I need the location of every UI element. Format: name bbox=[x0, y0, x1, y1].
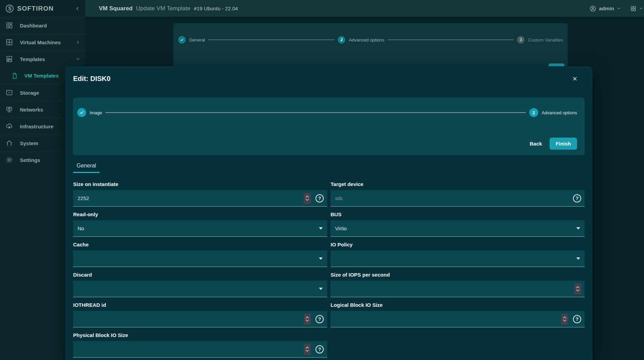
softiron-logo-icon bbox=[5, 4, 14, 13]
sidebar-item-virtual-machines[interactable]: Virtual Machines bbox=[0, 34, 85, 50]
step-check-icon bbox=[77, 108, 86, 117]
gear-icon bbox=[5, 156, 13, 164]
modal-title: Edit: DISK0 bbox=[73, 75, 111, 83]
stepper-line bbox=[388, 39, 514, 40]
size-on-instantiate-input[interactable]: ? bbox=[73, 190, 327, 207]
size-on-instantiate-input-field[interactable] bbox=[78, 190, 304, 206]
modal-stepper: Image 2 Advanced options bbox=[77, 108, 577, 117]
sidebar-item-label: Dashboard bbox=[20, 23, 47, 28]
cloud-sync-icon bbox=[5, 123, 13, 130]
field-discard: Discard bbox=[73, 272, 327, 297]
user-menu[interactable]: admin bbox=[589, 5, 621, 12]
close-icon[interactable]: ✕ bbox=[571, 74, 579, 83]
user-name: admin bbox=[599, 5, 614, 11]
iothread-id-input-field[interactable] bbox=[78, 311, 304, 327]
back-button[interactable]: Back bbox=[528, 138, 544, 149]
field-label: Read-only bbox=[73, 211, 327, 217]
step-check-icon bbox=[178, 36, 186, 44]
number-spinner[interactable] bbox=[304, 314, 311, 325]
logical-block-io-size-input[interactable]: ? bbox=[331, 311, 585, 327]
step-number: 2 bbox=[529, 108, 538, 117]
field-read-only: Read-only No bbox=[73, 211, 327, 237]
chevron-down-icon bbox=[639, 6, 643, 11]
tab-general[interactable]: General bbox=[73, 161, 100, 173]
field-physical-block-io-size: Physical Block IO Size ? bbox=[73, 332, 327, 358]
sidebar-collapse-button[interactable] bbox=[75, 6, 80, 11]
field-label: Target device bbox=[331, 181, 585, 187]
chevron-right-icon bbox=[76, 40, 80, 45]
sidebar-item-dashboard[interactable]: Dashboard bbox=[0, 17, 85, 34]
size-of-iops-input[interactable] bbox=[331, 281, 585, 297]
read-only-select[interactable]: No bbox=[73, 220, 327, 237]
field-label: Discard bbox=[73, 272, 327, 278]
help-icon[interactable]: ? bbox=[573, 194, 581, 202]
number-spinner[interactable] bbox=[304, 344, 311, 355]
sidebar-item-label: Virtual Machines bbox=[20, 39, 61, 45]
discard-select[interactable] bbox=[73, 281, 327, 297]
cache-select[interactable] bbox=[73, 251, 327, 267]
help-icon[interactable]: ? bbox=[315, 345, 324, 353]
field-logical-block-io-size: Logical Block IO Size ? bbox=[331, 302, 585, 327]
target-device-input-field[interactable] bbox=[335, 190, 568, 206]
disk-form: Size on instantiate ? Target device ? bbox=[73, 181, 585, 360]
field-empty-slot bbox=[331, 332, 585, 358]
system-icon bbox=[5, 139, 13, 147]
field-label: Logical Block IO Size bbox=[331, 302, 585, 308]
number-spinner[interactable] bbox=[574, 283, 581, 294]
breadcrumb: VM Squared Update VM Template #19 Ubuntu… bbox=[99, 5, 238, 12]
help-icon[interactable]: ? bbox=[315, 194, 324, 202]
sidebar-item-label: VM Templates bbox=[24, 73, 59, 79]
sidebar-item-templates[interactable]: Templates bbox=[0, 50, 85, 67]
caret-down-icon bbox=[576, 227, 580, 230]
finish-button[interactable]: Finish bbox=[550, 138, 577, 150]
sidebar-item-label: Networks bbox=[20, 107, 43, 113]
physical-block-io-size-input-field[interactable] bbox=[78, 341, 304, 357]
sidebar-item-label: Infrastructure bbox=[20, 124, 54, 129]
modal-stepper-card: Image 2 Advanced options Back Finish bbox=[73, 98, 585, 155]
io-policy-select[interactable] bbox=[331, 251, 585, 267]
breadcrumb-app: VM Squared bbox=[99, 5, 133, 12]
breadcrumb-page: Update VM Template bbox=[136, 5, 190, 12]
top-bar: SOFTIRON VM Squared Update VM Template #… bbox=[0, 0, 644, 17]
step-label: Custom Variables bbox=[528, 37, 563, 43]
brand-text: SOFTIRON bbox=[17, 5, 54, 12]
physical-block-io-size-input[interactable]: ? bbox=[73, 341, 327, 358]
stepper-line bbox=[208, 39, 334, 40]
field-io-policy: IO Policy bbox=[331, 242, 585, 267]
caret-down-icon bbox=[576, 257, 580, 260]
help-icon[interactable]: ? bbox=[573, 315, 581, 323]
stepper-line bbox=[105, 112, 526, 113]
field-label: Physical Block IO Size bbox=[73, 332, 327, 338]
sidebar-item-label: Settings bbox=[20, 157, 40, 163]
sidebar-item-label: System bbox=[20, 140, 38, 146]
modal-tab-bar: General bbox=[73, 161, 585, 173]
number-spinner[interactable] bbox=[304, 193, 311, 204]
apps-menu[interactable] bbox=[630, 5, 643, 12]
field-bus: BUS Virtio bbox=[331, 211, 585, 237]
step-number: 2 bbox=[338, 36, 345, 44]
breadcrumb-entity: #19 Ubuntu - 22.04 bbox=[194, 5, 238, 11]
templates-icon bbox=[5, 55, 13, 63]
number-spinner[interactable] bbox=[561, 314, 568, 325]
step-label: General bbox=[189, 37, 205, 43]
field-label: IO Policy bbox=[331, 242, 585, 247]
step-number: 3 bbox=[517, 36, 525, 44]
edit-disk-modal: Edit: DISK0 ✕ Image 2 Advanced options B… bbox=[65, 66, 593, 360]
chevron-down-icon bbox=[617, 6, 621, 11]
dashboard-icon bbox=[5, 22, 13, 29]
iothread-id-input[interactable]: ? bbox=[73, 311, 327, 327]
field-label: Size on instantiate bbox=[73, 181, 327, 187]
size-of-iops-input-field[interactable] bbox=[335, 281, 574, 297]
field-target-device: Target device ? bbox=[331, 181, 585, 207]
logical-block-io-size-input-field[interactable] bbox=[335, 311, 561, 327]
target-device-input[interactable]: ? bbox=[331, 190, 585, 207]
field-size-on-instantiate: Size on instantiate ? bbox=[73, 181, 327, 207]
step-label: Advanced options bbox=[349, 37, 384, 43]
bus-select[interactable]: Virtio bbox=[331, 220, 585, 237]
caret-down-icon bbox=[319, 227, 323, 230]
field-label: IOTHREAD id bbox=[73, 302, 327, 308]
field-label: BUS bbox=[331, 211, 585, 217]
user-avatar-icon bbox=[589, 5, 597, 12]
help-icon[interactable]: ? bbox=[315, 315, 324, 323]
step-label: Advanced options bbox=[542, 110, 577, 115]
